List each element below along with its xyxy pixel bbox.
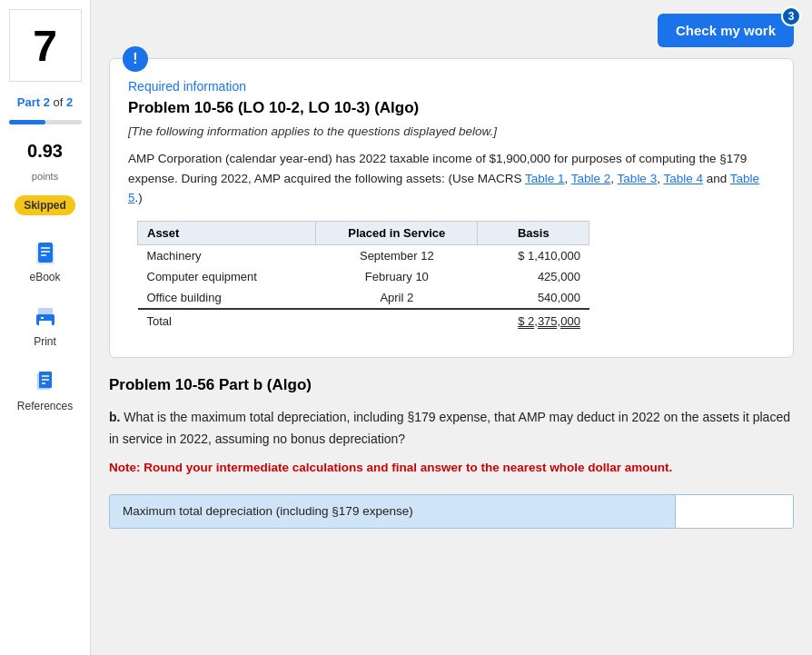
- part-b-section: Problem 10-56 Part b (Algo) b. What is t…: [109, 376, 794, 529]
- print-icon: [31, 303, 60, 332]
- references-button[interactable]: References: [9, 362, 82, 418]
- svg-rect-7: [39, 321, 52, 328]
- info-card: ! Required information Problem 10-56 (LO…: [109, 58, 794, 358]
- total-basis: $ 2,375,000: [478, 309, 589, 332]
- basis-val-2: 540,000: [478, 287, 589, 309]
- main-content: Check my work 3 ! Required information P…: [91, 0, 812, 655]
- print-label: Print: [34, 335, 56, 348]
- note-text: Note: Round your intermediate calculatio…: [109, 459, 794, 477]
- references-icon: [31, 368, 60, 397]
- table4-link[interactable]: Table 4: [663, 172, 703, 185]
- total-service-empty: [316, 309, 478, 332]
- progress-bar: [9, 120, 82, 124]
- problem-title: Problem 10-56 (LO 10-2, LO 10-3) (Algo): [128, 99, 775, 117]
- total-row: Total $ 2,375,000: [138, 309, 589, 332]
- asset-name-2: Office building: [138, 287, 316, 309]
- italic-text: [The following information applies to th…: [128, 124, 775, 138]
- print-button[interactable]: Print: [9, 298, 82, 353]
- service-date-0: September 12: [316, 244, 478, 266]
- service-date-2: April 2: [316, 287, 478, 309]
- svg-rect-8: [41, 317, 44, 319]
- table2-link[interactable]: Table 2: [571, 172, 611, 185]
- table-row: Computer equipment February 10 425,000: [138, 266, 589, 287]
- info-icon: !: [123, 46, 148, 72]
- part-label: Part 2 of 2: [17, 95, 73, 109]
- answer-row: Maximum total depreciation (including §1…: [109, 494, 794, 529]
- progress-fill: [9, 120, 45, 124]
- ebook-button[interactable]: eBook: [9, 233, 82, 289]
- part-b-title: Problem 10-56 Part b (Algo): [109, 376, 794, 394]
- service-date-1: February 10: [316, 266, 478, 287]
- references-label: References: [17, 400, 73, 412]
- answer-input[interactable]: [675, 495, 793, 528]
- check-my-work-button[interactable]: Check my work 3: [658, 14, 794, 47]
- col-header-service: Placed in Service: [316, 221, 478, 244]
- question-text: b. What is the maximum total depreciatio…: [109, 407, 794, 451]
- asset-name-1: Computer equipment: [138, 266, 316, 287]
- asset-table: Asset Placed in Service Basis Machinery …: [137, 221, 589, 332]
- table-row: Machinery September 12 $ 1,410,000: [138, 244, 589, 266]
- total-label: Total: [138, 309, 316, 332]
- col-header-asset: Asset: [138, 221, 316, 244]
- points-label: points: [32, 171, 58, 182]
- table3-link[interactable]: Table 3: [618, 172, 658, 185]
- basis-val-1: 425,000: [478, 266, 589, 287]
- ebook-icon: [31, 239, 60, 268]
- col-header-basis: Basis: [478, 221, 589, 244]
- answer-label: Maximum total depreciation (including §1…: [110, 495, 675, 527]
- basis-val-0: $ 1,410,000: [478, 244, 589, 266]
- sidebar: 7 Part 2 of 2 0.93 points Skipped eBook: [0, 0, 91, 655]
- table-row: Office building April 2 540,000: [138, 287, 589, 309]
- top-bar: Check my work 3: [109, 14, 794, 47]
- badge-count: 3: [781, 6, 801, 26]
- skipped-badge: Skipped: [15, 195, 75, 215]
- question-number: 7: [9, 9, 82, 82]
- table1-link[interactable]: Table 1: [525, 172, 565, 185]
- problem-body-text: AMP Corporation (calendar year-end) has …: [128, 149, 775, 208]
- required-info-label: Required information: [128, 79, 775, 94]
- points-value: 0.93: [27, 141, 63, 162]
- ebook-label: eBook: [29, 271, 60, 283]
- asset-name-0: Machinery: [138, 244, 316, 266]
- svg-rect-1: [38, 243, 53, 263]
